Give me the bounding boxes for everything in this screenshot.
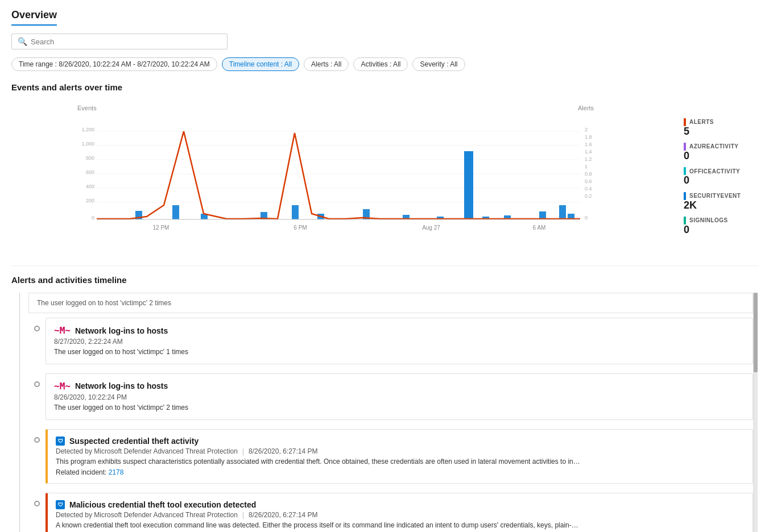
filter-btn-alerts[interactable]: Alerts : All [304, 57, 349, 71]
card-header: 🛡 Suspected credential theft activity [56, 437, 745, 446]
card-header: 🛡 Malicious credential theft tool execut… [56, 500, 745, 509]
timeline-card-item-1: ~M~ Network log-ins to hosts 8/26/2020, … [46, 373, 753, 420]
timeline-dot-item-3 [34, 501, 40, 506]
card-datetime: 8/27/2020, 2:22:24 AM [54, 338, 745, 346]
card-detector: Detected by Microsoft Defender Advanced … [56, 511, 745, 519]
search-box: 🔍 [11, 34, 228, 49]
shield-icon: 🛡 [56, 437, 65, 446]
card-desc: This program exhibits suspect characteri… [56, 457, 745, 467]
search-input[interactable] [31, 38, 221, 46]
card-title: Malicious credential theft tool executio… [69, 500, 256, 509]
svg-text:6 AM: 6 AM [533, 225, 546, 231]
network-icon: ~M~ [54, 325, 71, 336]
svg-rect-38 [559, 205, 566, 219]
filter-btn-time-range[interactable]: Time range : 8/26/2020, 10:22:24 AM - 8/… [11, 57, 217, 71]
chart-area: Events Alerts 1,200 1,000 800 600 400 20… [11, 100, 675, 250]
card-desc: The user logged on to host 'victimpc' 2 … [54, 403, 745, 413]
svg-rect-29 [292, 205, 299, 219]
svg-text:1,000: 1,000 [81, 141, 94, 147]
timeline-card-item-0: ~M~ Network log-ins to hosts 8/27/2020, … [46, 318, 753, 364]
chart-title: Events and alerts over time [11, 82, 758, 92]
timeline-item-wrapper-item-2: 🛡 Suspected credential theft activity De… [28, 429, 753, 489]
timeline-spine [11, 293, 28, 532]
svg-text:1,200: 1,200 [81, 127, 94, 132]
timeline-items: The user logged on to host 'victimpc' 2 … [28, 293, 753, 532]
timeline-item-wrapper-item-0: ~M~ Network log-ins to hosts 8/27/2020, … [28, 318, 753, 369]
scrollbar-track[interactable] [753, 293, 758, 532]
legend-item-securityevent: SECURITYEVENT 2K [684, 191, 758, 211]
svg-text:6 PM: 6 PM [293, 225, 307, 231]
filter-btn-severity[interactable]: Severity : All [412, 57, 465, 71]
svg-text:2: 2 [585, 127, 588, 132]
svg-text:Aug 27: Aug 27 [422, 225, 440, 231]
svg-text:12 PM: 12 PM [153, 225, 169, 231]
svg-text:800: 800 [86, 155, 94, 161]
legend-item-azureactivity: AZUREACTIVITY 0 [684, 142, 758, 161]
svg-text:0: 0 [92, 215, 94, 221]
shield-icon: 🛡 [56, 500, 65, 509]
card-title: Suspected credential theft activity [69, 437, 199, 446]
timeline-dot-item-0 [34, 326, 40, 331]
svg-text:200: 200 [86, 198, 94, 203]
timeline-section: Alerts and activities timeline The user … [11, 265, 758, 532]
chart-svg: Events Alerts 1,200 1,000 800 600 400 20… [11, 100, 675, 248]
chart-container: Events Alerts 1,200 1,000 800 600 400 20… [11, 100, 758, 250]
page-title: Overview [11, 9, 57, 26]
svg-text:1.6: 1.6 [585, 142, 592, 147]
card-header: ~M~ Network log-ins to hosts [54, 381, 745, 392]
timeline-item-wrapper-item-3: 🛡 Malicious credential theft tool execut… [28, 493, 753, 532]
svg-text:0.6: 0.6 [585, 178, 592, 184]
y-axis-right-label: Alerts [578, 105, 594, 111]
filter-btn-timeline-content[interactable]: Timeline content : All [222, 57, 299, 71]
chart-legend: ALERTS 5 AZUREACTIVITY 0 OFFICEACTIVITY … [684, 100, 758, 240]
svg-text:1.2: 1.2 [585, 156, 592, 162]
timeline-dot-item-1 [34, 381, 40, 387]
search-icon: 🔍 [18, 37, 27, 46]
svg-rect-34 [464, 151, 473, 219]
scrollbar-thumb[interactable] [754, 293, 758, 372]
legend-item-officeactivity: OFFICEACTIVITY 0 [684, 167, 758, 186]
svg-text:0.2: 0.2 [585, 193, 592, 199]
legend-item-signinlogs: SIGNINLOGS 0 [684, 215, 758, 235]
timeline-title: Alerts and activities timeline [11, 275, 758, 285]
filters-bar: Time range : 8/26/2020, 10:22:24 AM - 8/… [11, 57, 758, 71]
svg-rect-26 [172, 205, 179, 219]
svg-text:600: 600 [86, 169, 94, 175]
timeline-dot-item-2 [34, 437, 40, 443]
y-axis-left-label: Events [77, 105, 97, 111]
timeline-item-wrapper-item-1: ~M~ Network log-ins to hosts 8/26/2020, … [28, 373, 753, 425]
chart-section: Events and alerts over time Events Alert… [11, 82, 758, 250]
network-icon: ~M~ [54, 381, 71, 392]
filter-btn-activities[interactable]: Activities : All [353, 57, 408, 71]
card-title: Network log-ins to hosts [75, 326, 168, 335]
timeline-card-item-2: 🛡 Suspected credential theft activity De… [46, 429, 753, 484]
related-incident-link[interactable]: 2178 [109, 468, 124, 476]
card-related: Related incident: 2178 [56, 468, 745, 476]
svg-text:1.8: 1.8 [585, 134, 592, 140]
svg-text:0: 0 [585, 215, 588, 221]
card-datetime: 8/26/2020, 10:22:24 PM [54, 393, 745, 401]
svg-text:1.4: 1.4 [585, 149, 592, 155]
card-header: ~M~ Network log-ins to hosts [54, 325, 745, 336]
timeline-partial: The user logged on to host 'victimpc' 2 … [28, 293, 753, 313]
svg-text:0.4: 0.4 [585, 186, 592, 192]
card-desc: A known credential theft tool execution … [56, 521, 745, 530]
svg-text:0.8: 0.8 [585, 171, 592, 177]
card-title: Network log-ins to hosts [75, 381, 168, 390]
timeline-card-item-3: 🛡 Malicious credential theft tool execut… [46, 493, 753, 532]
card-desc: The user logged on to host 'victimpc' 1 … [54, 347, 745, 357]
svg-text:400: 400 [86, 184, 94, 189]
legend-item-alerts: ALERTS 5 [684, 117, 758, 137]
card-detector: Detected by Microsoft Defender Advanced … [56, 447, 745, 455]
svg-text:1: 1 [585, 164, 588, 169]
